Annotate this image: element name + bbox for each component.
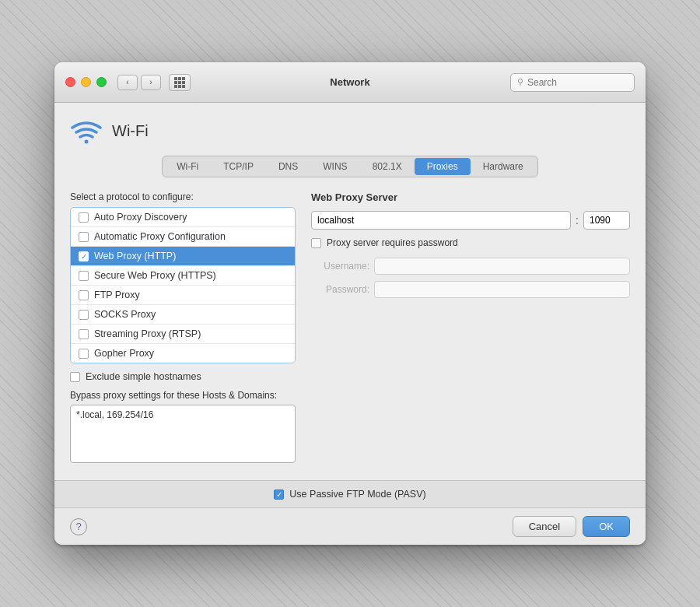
exclude-label: Exclude simple hostnames xyxy=(86,371,201,382)
requires-password-label: Proxy server requires password xyxy=(327,237,458,248)
list-item[interactable]: SOCKS Proxy xyxy=(71,305,295,325)
left-column: Select a protocol to configure: Auto Pro… xyxy=(70,191,296,466)
exclude-row[interactable]: Exclude simple hostnames xyxy=(70,371,296,382)
minimize-button[interactable] xyxy=(81,77,91,87)
web-proxy-checkbox[interactable]: ✓ xyxy=(79,251,89,261)
pasv-row[interactable]: ✓ Use Passive FTP Mode (PASV) xyxy=(70,489,630,500)
svg-point-0 xyxy=(85,140,89,144)
ftp-proxy-checkbox[interactable] xyxy=(79,290,89,300)
protocol-list: Auto Proxy Discovery Automatic Proxy Con… xyxy=(70,207,296,363)
port-input[interactable] xyxy=(583,211,630,230)
protocol-section-label: Select a protocol to configure: xyxy=(70,191,296,202)
window: ‹ › Network ⚲ xyxy=(54,62,646,545)
footer: ? Cancel OK xyxy=(54,507,646,545)
wifi-label: Wi-Fi xyxy=(112,122,149,140)
ok-button[interactable]: OK xyxy=(583,516,630,537)
list-item-selected[interactable]: ✓ Web Proxy (HTTP) xyxy=(71,247,295,266)
nav-buttons: ‹ › xyxy=(117,75,161,90)
https-proxy-checkbox[interactable] xyxy=(79,271,89,281)
auto-config-checkbox[interactable] xyxy=(79,232,89,242)
auto-proxy-checkbox[interactable] xyxy=(79,212,89,223)
main-panel: Select a protocol to configure: Auto Pro… xyxy=(70,191,630,466)
cancel-button[interactable]: Cancel xyxy=(513,516,576,537)
help-button[interactable]: ? xyxy=(70,518,87,535)
username-row: Username: xyxy=(311,258,630,275)
password-row[interactable]: Proxy server requires password xyxy=(311,237,630,248)
tab-dns[interactable]: DNS xyxy=(266,158,310,175)
password-input[interactable] xyxy=(374,281,630,298)
close-button[interactable] xyxy=(65,77,75,87)
tab-hardware[interactable]: Hardware xyxy=(471,158,536,175)
list-item[interactable]: Automatic Proxy Configuration xyxy=(71,227,295,247)
rtsp-proxy-checkbox[interactable] xyxy=(79,329,89,339)
tab-8021x[interactable]: 802.1X xyxy=(360,158,415,175)
exclude-checkbox[interactable] xyxy=(70,372,80,382)
https-proxy-label: Secure Web Proxy (HTTPS) xyxy=(94,270,216,281)
bypass-label: Bypass proxy settings for these Hosts & … xyxy=(70,390,296,401)
tabs: Wi-Fi TCP/IP DNS WINS 802.1X Proxies Har… xyxy=(162,156,537,177)
list-item[interactable]: FTP Proxy xyxy=(71,286,295,305)
bottom-strip: ✓ Use Passive FTP Mode (PASV) xyxy=(54,480,646,507)
wifi-icon xyxy=(70,117,103,145)
requires-password-checkbox[interactable] xyxy=(311,238,321,248)
web-proxy-label: Web Proxy (HTTP) xyxy=(94,251,176,261)
titlebar: ‹ › Network ⚲ xyxy=(54,62,646,103)
content: Wi-Fi Wi-Fi TCP/IP DNS WINS 802.1X Proxi… xyxy=(54,103,646,480)
server-input[interactable] xyxy=(311,211,571,230)
tab-wifi[interactable]: Wi-Fi xyxy=(164,158,211,175)
username-input[interactable] xyxy=(374,258,630,275)
search-input[interactable] xyxy=(527,77,628,88)
back-button[interactable]: ‹ xyxy=(117,75,138,90)
ftp-proxy-label: FTP Proxy xyxy=(94,289,140,300)
search-box[interactable]: ⚲ xyxy=(510,73,635,92)
list-item[interactable]: Gopher Proxy xyxy=(71,344,295,363)
maximize-button[interactable] xyxy=(96,77,107,87)
right-column: Web Proxy Server : Proxy server requires… xyxy=(311,191,630,466)
socks-proxy-label: SOCKS Proxy xyxy=(94,309,156,320)
traffic-lights xyxy=(65,77,107,87)
wifi-header: Wi-Fi xyxy=(70,117,630,145)
grid-icon xyxy=(174,77,185,88)
window-title: Network xyxy=(330,76,369,88)
search-icon: ⚲ xyxy=(517,77,523,87)
tab-wins[interactable]: WINS xyxy=(310,158,359,175)
rtsp-proxy-label: Streaming Proxy (RTSP) xyxy=(94,328,201,339)
gopher-proxy-label: Gopher Proxy xyxy=(94,348,154,359)
list-item[interactable]: Auto Proxy Discovery xyxy=(71,208,295,227)
bypass-textarea[interactable]: *.local, 169.254/16 xyxy=(70,405,296,463)
list-item[interactable]: Secure Web Proxy (HTTPS) xyxy=(71,266,295,286)
pasv-checkbox[interactable]: ✓ xyxy=(274,489,284,500)
gopher-proxy-checkbox[interactable] xyxy=(79,349,89,359)
forward-button[interactable]: › xyxy=(141,75,161,90)
colon-separator: : xyxy=(576,214,579,226)
web-proxy-server-title: Web Proxy Server xyxy=(311,191,630,203)
socks-proxy-checkbox[interactable] xyxy=(79,310,89,320)
list-item[interactable]: Streaming Proxy (RTSP) xyxy=(71,325,295,344)
server-row: : xyxy=(311,211,630,230)
username-label: Username: xyxy=(311,261,369,272)
grid-button[interactable] xyxy=(169,74,191,91)
password-field-label: Password: xyxy=(311,284,369,295)
pasv-label: Use Passive FTP Mode (PASV) xyxy=(289,489,425,500)
password-field-row: Password: xyxy=(311,281,630,298)
tab-tcpip[interactable]: TCP/IP xyxy=(211,158,266,175)
auto-config-label: Automatic Proxy Configuration xyxy=(94,231,226,242)
tab-proxies[interactable]: Proxies xyxy=(415,158,471,175)
footer-buttons: Cancel OK xyxy=(513,516,630,537)
auto-proxy-label: Auto Proxy Discovery xyxy=(94,212,187,223)
